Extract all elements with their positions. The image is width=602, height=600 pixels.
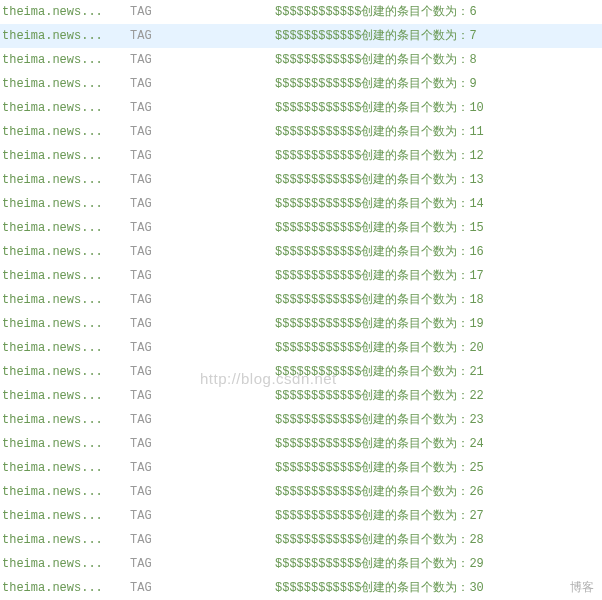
log-message: $$$$$$$$$$$$创建的条目个数为：20 [275,336,602,360]
log-source: theima.news... [0,384,130,408]
log-row[interactable]: theima.news...TAG$$$$$$$$$$$$创建的条目个数为：21 [0,360,602,384]
log-tag: TAG [130,504,275,528]
log-source: theima.news... [0,480,130,504]
log-source: theima.news... [0,552,130,576]
log-tag: TAG [130,288,275,312]
log-tag: TAG [130,576,275,600]
log-row[interactable]: theima.news...TAG$$$$$$$$$$$$创建的条目个数为：27 [0,504,602,528]
log-message: $$$$$$$$$$$$创建的条目个数为：28 [275,528,602,552]
log-tag: TAG [130,432,275,456]
log-source: theima.news... [0,168,130,192]
log-row[interactable]: theima.news...TAG$$$$$$$$$$$$创建的条目个数为：24 [0,432,602,456]
log-message: $$$$$$$$$$$$创建的条目个数为：21 [275,360,602,384]
log-source: theima.news... [0,216,130,240]
log-tag: TAG [130,72,275,96]
log-source: theima.news... [0,0,130,24]
log-row[interactable]: theima.news...TAG$$$$$$$$$$$$创建的条目个数为：6 [0,0,602,24]
log-message: $$$$$$$$$$$$创建的条目个数为：10 [275,96,602,120]
log-source: theima.news... [0,144,130,168]
log-tag: TAG [130,336,275,360]
log-row[interactable]: theima.news...TAG$$$$$$$$$$$$创建的条目个数为：29 [0,552,602,576]
log-message: $$$$$$$$$$$$创建的条目个数为：22 [275,384,602,408]
log-source: theima.news... [0,576,130,600]
log-message: $$$$$$$$$$$$创建的条目个数为：27 [275,504,602,528]
log-row[interactable]: theima.news...TAG$$$$$$$$$$$$创建的条目个数为：14 [0,192,602,216]
log-source: theima.news... [0,312,130,336]
log-message: $$$$$$$$$$$$创建的条目个数为：29 [275,552,602,576]
log-message: $$$$$$$$$$$$创建的条目个数为：26 [275,480,602,504]
log-message: $$$$$$$$$$$$创建的条目个数为：17 [275,264,602,288]
log-message: $$$$$$$$$$$$创建的条目个数为：30 [275,576,602,600]
log-tag: TAG [130,192,275,216]
log-message: $$$$$$$$$$$$创建的条目个数为：9 [275,72,602,96]
log-tag: TAG [130,528,275,552]
log-row[interactable]: theima.news...TAG$$$$$$$$$$$$创建的条目个数为：23 [0,408,602,432]
log-message: $$$$$$$$$$$$创建的条目个数为：16 [275,240,602,264]
log-source: theima.news... [0,456,130,480]
log-message: $$$$$$$$$$$$创建的条目个数为：24 [275,432,602,456]
log-row[interactable]: theima.news...TAG$$$$$$$$$$$$创建的条目个数为：22 [0,384,602,408]
log-message: $$$$$$$$$$$$创建的条目个数为：19 [275,312,602,336]
log-row[interactable]: theima.news...TAG$$$$$$$$$$$$创建的条目个数为：30 [0,576,602,600]
log-source: theima.news... [0,48,130,72]
log-source: theima.news... [0,528,130,552]
log-tag: TAG [130,96,275,120]
log-source: theima.news... [0,24,130,48]
log-row[interactable]: theima.news...TAG$$$$$$$$$$$$创建的条目个数为：18 [0,288,602,312]
log-row[interactable]: theima.news...TAG$$$$$$$$$$$$创建的条目个数为：16 [0,240,602,264]
log-row[interactable]: theima.news...TAG$$$$$$$$$$$$创建的条目个数为：12 [0,144,602,168]
log-row[interactable]: theima.news...TAG$$$$$$$$$$$$创建的条目个数为：7 [0,24,602,48]
log-source: theima.news... [0,240,130,264]
log-message: $$$$$$$$$$$$创建的条目个数为：23 [275,408,602,432]
log-row[interactable]: theima.news...TAG$$$$$$$$$$$$创建的条目个数为：20 [0,336,602,360]
log-tag: TAG [130,144,275,168]
log-message: $$$$$$$$$$$$创建的条目个数为：13 [275,168,602,192]
log-output: theima.news...TAG$$$$$$$$$$$$创建的条目个数为：6t… [0,0,602,600]
log-row[interactable]: theima.news...TAG$$$$$$$$$$$$创建的条目个数为：15 [0,216,602,240]
log-tag: TAG [130,456,275,480]
log-message: $$$$$$$$$$$$创建的条目个数为：15 [275,216,602,240]
log-source: theima.news... [0,336,130,360]
log-tag: TAG [130,120,275,144]
log-message: $$$$$$$$$$$$创建的条目个数为：18 [275,288,602,312]
log-tag: TAG [130,384,275,408]
log-tag: TAG [130,480,275,504]
log-row[interactable]: theima.news...TAG$$$$$$$$$$$$创建的条目个数为：10 [0,96,602,120]
log-source: theima.news... [0,264,130,288]
log-tag: TAG [130,552,275,576]
log-row[interactable]: theima.news...TAG$$$$$$$$$$$$创建的条目个数为：13 [0,168,602,192]
log-tag: TAG [130,0,275,24]
log-source: theima.news... [0,432,130,456]
log-tag: TAG [130,240,275,264]
log-row[interactable]: theima.news...TAG$$$$$$$$$$$$创建的条目个数为：19 [0,312,602,336]
log-message: $$$$$$$$$$$$创建的条目个数为：7 [275,24,602,48]
log-source: theima.news... [0,120,130,144]
log-source: theima.news... [0,360,130,384]
log-row[interactable]: theima.news...TAG$$$$$$$$$$$$创建的条目个数为：26 [0,480,602,504]
log-message: $$$$$$$$$$$$创建的条目个数为：25 [275,456,602,480]
log-tag: TAG [130,360,275,384]
log-tag: TAG [130,168,275,192]
log-row[interactable]: theima.news...TAG$$$$$$$$$$$$创建的条目个数为：8 [0,48,602,72]
log-source: theima.news... [0,504,130,528]
log-tag: TAG [130,48,275,72]
log-tag: TAG [130,264,275,288]
log-source: theima.news... [0,96,130,120]
log-source: theima.news... [0,72,130,96]
log-tag: TAG [130,24,275,48]
log-message: $$$$$$$$$$$$创建的条目个数为：14 [275,192,602,216]
log-message: $$$$$$$$$$$$创建的条目个数为：8 [275,48,602,72]
log-source: theima.news... [0,288,130,312]
log-row[interactable]: theima.news...TAG$$$$$$$$$$$$创建的条目个数为：11 [0,120,602,144]
log-source: theima.news... [0,192,130,216]
log-tag: TAG [130,216,275,240]
log-row[interactable]: theima.news...TAG$$$$$$$$$$$$创建的条目个数为：25 [0,456,602,480]
log-row[interactable]: theima.news...TAG$$$$$$$$$$$$创建的条目个数为：9 [0,72,602,96]
log-message: $$$$$$$$$$$$创建的条目个数为：12 [275,144,602,168]
log-row[interactable]: theima.news...TAG$$$$$$$$$$$$创建的条目个数为：28 [0,528,602,552]
log-row[interactable]: theima.news...TAG$$$$$$$$$$$$创建的条目个数为：17 [0,264,602,288]
log-message: $$$$$$$$$$$$创建的条目个数为：11 [275,120,602,144]
log-tag: TAG [130,408,275,432]
log-tag: TAG [130,312,275,336]
log-message: $$$$$$$$$$$$创建的条目个数为：6 [275,0,602,24]
